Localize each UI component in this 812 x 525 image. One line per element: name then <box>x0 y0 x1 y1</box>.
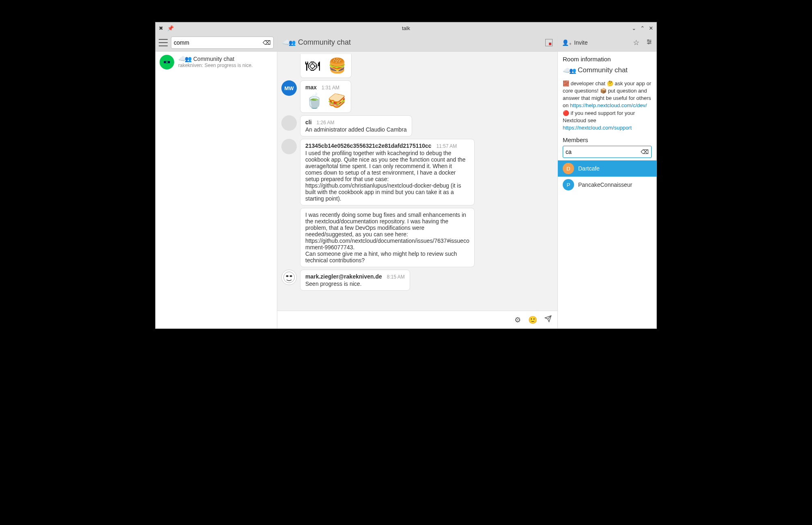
chat-pane: ☁️👥 Community chat 🍽 ️ 🍔MWmax1:31 AM🍵 🥪c… <box>277 34 557 328</box>
member-name: Dartcafe <box>578 165 600 172</box>
compose-emoji-icon[interactable]: 🙂 <box>528 315 537 324</box>
conversation-subtitle: rakekniven: Seen progress is nice. <box>178 63 253 68</box>
app-window: ✖ 📌 talk ⌄ ⌃ ✕ ⌫ <box>155 22 657 329</box>
conversation-title: ☁️👥 Community chat <box>178 55 253 63</box>
message-avatar <box>281 270 297 285</box>
message-time: 8:15 AM <box>387 274 405 280</box>
description-link[interactable]: https://help.nextcloud.com/c/dev/ <box>570 102 647 108</box>
member-avatar: D <box>563 163 574 174</box>
message-author: 21345cb14e0526c3556321c2e81dafd2175110cc <box>305 143 432 149</box>
svg-point-2 <box>284 272 295 283</box>
panel-settings-icon[interactable] <box>646 39 652 47</box>
right-header: 👤₊ Invite ☆ <box>558 34 657 52</box>
message-bubble: cli1:26 AMAn administrator added Claudio… <box>300 115 412 136</box>
sidebar-search-input[interactable] <box>174 39 263 46</box>
svg-point-4 <box>290 275 292 277</box>
message-list[interactable]: 🍽 ️ 🍔MWmax1:31 AM🍵 🥪cli1:26 AMAn adminis… <box>277 52 557 311</box>
svg-point-3 <box>286 275 289 277</box>
room-description: 🧱 developer chat 🤔 ask your app or core … <box>563 80 652 132</box>
message-author: mark.ziegler@rakekniven.de <box>305 273 382 280</box>
window-title: talk <box>402 25 410 31</box>
description-link[interactable]: https://nextcloud.com/support <box>563 125 632 131</box>
member-name: PancakeConnaisseur <box>578 181 632 188</box>
compose-bar: ⚙ 🙂 <box>277 311 557 328</box>
member-list: DDartcafePPancakeConnaisseur <box>563 160 652 193</box>
right-panel: 👤₊ Invite ☆ Room information ☁️👥 Communi… <box>557 34 657 328</box>
message-body: I was recently doing some bug fixes and … <box>305 212 469 264</box>
message-time: 1:26 AM <box>317 120 335 125</box>
message-avatar <box>281 139 297 154</box>
message-bubble: I was recently doing some bug fixes and … <box>300 208 475 267</box>
close-icon[interactable]: ✕ <box>649 25 653 31</box>
message-avatar: MW <box>281 80 297 96</box>
message-body: An administrator added Claudio Cambra <box>305 126 407 133</box>
room-info-heading: Room information <box>563 56 652 63</box>
conversation-list: ☁️👥 Community chat rakekniven: Seen prog… <box>155 52 277 328</box>
message-emoji: 🍵 🥪 <box>305 92 346 109</box>
message-avatar <box>281 115 297 131</box>
app-menu-icon[interactable]: ✖ <box>159 25 163 31</box>
message-bubble: max1:31 AM🍵 🥪 <box>300 80 351 113</box>
conversation-avatar <box>160 55 174 69</box>
pin-icon[interactable]: 📌 <box>167 25 174 31</box>
minimize-icon[interactable]: ⌄ <box>632 25 636 31</box>
compose-settings-icon[interactable]: ⚙ <box>514 315 521 324</box>
member-avatar: P <box>563 179 574 190</box>
sidebar: ⌫ ☁️👥 Community chat rakekniv <box>155 34 277 328</box>
titlebar: ✖ 📌 talk ⌄ ⌃ ✕ <box>155 22 657 34</box>
member-item[interactable]: DDartcafe <box>558 160 657 177</box>
invite-button[interactable]: 👤₊ Invite <box>562 39 587 46</box>
favorite-icon[interactable]: ☆ <box>633 38 639 47</box>
message-author: cli <box>305 119 312 125</box>
svg-point-10 <box>648 43 649 44</box>
chat-header: ☁️👥 Community chat <box>277 34 557 52</box>
member-search-box[interactable]: ⌫ <box>563 146 652 158</box>
hamburger-icon[interactable] <box>159 39 168 46</box>
message-bubble: 21345cb14e0526c3556321c2e81dafd2175110cc… <box>300 139 475 205</box>
message-time: 11:57 AM <box>436 143 457 149</box>
members-heading: Members <box>563 136 652 143</box>
maximize-icon[interactable]: ⌃ <box>640 25 645 31</box>
message-bubble: mark.ziegler@rakekniven.de8:15 AMSeen pr… <box>300 270 410 291</box>
sidebar-search-box[interactable]: ⌫ <box>171 37 274 49</box>
message-emoji: 🍽 ️ 🍔 <box>305 57 346 74</box>
room-name: ☁️👥 Community chat <box>563 66 652 75</box>
calendar-icon[interactable] <box>545 39 553 46</box>
svg-point-9 <box>650 41 651 42</box>
invite-icon: 👤₊ <box>562 39 572 46</box>
svg-rect-1 <box>166 61 168 63</box>
sidebar-search-row: ⌫ <box>155 34 277 52</box>
clear-search-icon[interactable]: ⌫ <box>263 39 271 46</box>
message-body: I used the profiling together with kcach… <box>305 150 469 202</box>
chat-title: ☁️👥 Community chat <box>282 38 351 47</box>
message-author: max <box>305 84 317 91</box>
compose-send-icon[interactable] <box>544 315 552 324</box>
message-body: Seen progress is nice. <box>305 281 405 287</box>
conversation-item[interactable]: ☁️👥 Community chat rakekniven: Seen prog… <box>155 52 277 73</box>
member-item[interactable]: PPancakeConnaisseur <box>558 177 657 193</box>
clear-member-search-icon[interactable]: ⌫ <box>641 149 649 155</box>
member-search-input[interactable] <box>566 149 641 155</box>
svg-point-8 <box>648 39 649 41</box>
message-time: 1:31 AM <box>322 85 339 91</box>
